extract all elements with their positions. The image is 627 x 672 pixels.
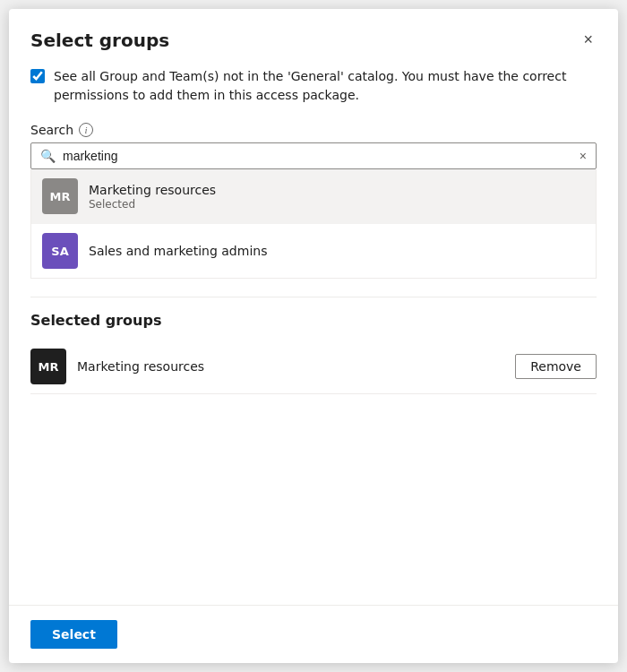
remove-button-marketing[interactable]: Remove [515, 354, 597, 379]
search-magnifier-icon: 🔍 [40, 149, 56, 163]
checkbox-row: See all Group and Team(s) not in the 'Ge… [30, 67, 597, 105]
checkbox-wrapper [30, 69, 45, 87]
section-divider [30, 297, 597, 297]
results-list: MR Marketing resources Selected SA Sales… [30, 169, 597, 279]
modal-body: See all Group and Team(s) not in the 'Ge… [9, 67, 618, 605]
avatar-mr-grey: MR [42, 178, 78, 214]
result-name-marketing: Marketing resources [89, 183, 216, 197]
modal-title: Select groups [30, 30, 169, 51]
avatar-mr-dark: MR [30, 349, 66, 384]
select-groups-modal: Select groups × See all Group and Team(s… [9, 9, 618, 663]
info-icon[interactable]: i [79, 123, 93, 137]
result-status-marketing: Selected [89, 198, 216, 211]
see-all-groups-checkbox[interactable] [30, 69, 45, 83]
close-button[interactable]: × [580, 27, 597, 53]
selected-groups-section: Selected groups MR Marketing resources R… [30, 312, 597, 394]
modal-footer: Select [9, 605, 618, 663]
search-input[interactable] [63, 149, 572, 163]
search-box: 🔍 × [30, 142, 597, 169]
result-item-marketing-resources[interactable]: MR Marketing resources Selected [31, 169, 596, 224]
select-button[interactable]: Select [30, 620, 117, 649]
avatar-sa-purple: SA [42, 233, 78, 269]
search-label: Search [30, 123, 73, 137]
selected-groups-title: Selected groups [30, 312, 597, 329]
result-item-sales-marketing[interactable]: SA Sales and marketing admins [31, 224, 596, 278]
search-clear-button[interactable]: × [580, 149, 587, 163]
selected-group-name-marketing: Marketing resources [77, 359, 504, 374]
result-info-sales: Sales and marketing admins [89, 244, 267, 258]
result-name-sales: Sales and marketing admins [89, 244, 267, 258]
result-info-marketing: Marketing resources Selected [89, 183, 216, 211]
search-label-row: Search i [30, 123, 597, 137]
selected-group-item-marketing: MR Marketing resources Remove [30, 340, 597, 394]
modal-header: Select groups × [9, 9, 618, 67]
checkbox-label: See all Group and Team(s) not in the 'Ge… [54, 67, 597, 105]
